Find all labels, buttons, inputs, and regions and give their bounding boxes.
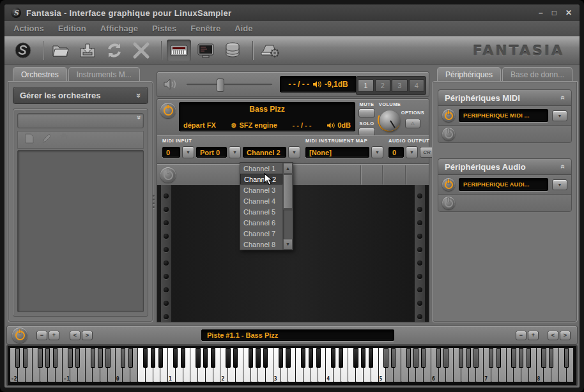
dropdown-item[interactable]: Channel 3 [240,185,282,195]
scroll-down-icon[interactable]: ▼ [283,239,293,250]
dropdown-item[interactable]: Channel 7 [240,228,282,239]
dropdown-item[interactable]: Channel 4 [240,195,282,206]
midi-monitor-button[interactable] [194,40,218,61]
instruments-database-button[interactable] [220,40,245,61]
piano-key-black[interactable] [316,348,321,368]
collapse-icon[interactable]: » [558,96,567,100]
piano-key-black[interactable] [436,348,441,368]
piano-key-black[interactable] [466,348,471,368]
piano-key-black[interactable] [443,348,448,368]
shift-left-button[interactable]: < [548,331,558,340]
dropdown-item[interactable]: Channel 6 [240,217,282,228]
channel-bank-tab-2[interactable]: 2 [375,79,391,92]
piano-key-black[interactable] [383,348,388,368]
orchestra-select[interactable]: » [17,113,144,128]
piano-key-black[interactable] [151,348,155,368]
prev-track-button[interactable]: < [70,331,81,340]
midi-port-dropdown-button[interactable]: ▼ [229,146,241,158]
piano-key-black[interactable] [181,348,185,368]
solo-button[interactable] [358,128,375,137]
maximize-button[interactable]: □ [552,9,557,17]
scrollbar-track[interactable] [283,209,293,239]
edit-orchestra-button[interactable] [42,133,52,146]
channel-bank-tab-3[interactable]: 3 [392,79,408,92]
piano-key-black[interactable] [23,348,27,368]
piano-key-black[interactable] [309,348,313,368]
velocity-up-button[interactable]: + [528,331,539,340]
piano-key-black[interactable] [369,348,373,368]
piano-key-black[interactable] [564,348,569,368]
piano-key-black[interactable] [256,348,260,368]
octave-up-button[interactable]: + [49,331,59,340]
piano-key-black[interactable] [128,348,133,368]
audio-device-lcd[interactable]: PERIPHERIQUE AUDI... [459,178,548,191]
piano-key-black[interactable] [541,348,546,368]
device-power-button[interactable] [442,128,455,140]
engine-label[interactable]: SFZ engine [239,121,277,129]
piano-key-black[interactable] [226,348,230,368]
piano-key-black[interactable] [158,348,163,368]
minimize-button[interactable]: – [539,9,543,17]
sampler-info-button[interactable] [11,40,35,61]
channel-bank-tab-1[interactable]: 1 [358,79,374,92]
piano-key-black[interactable] [331,348,335,368]
piano-key-black[interactable] [143,348,148,368]
export-session-button[interactable] [75,40,100,61]
keyboard-power-button[interactable] [12,328,27,343]
options-button[interactable]: △ [405,119,420,128]
piano-key-black[interactable] [45,348,50,368]
midi-map-dropdown-button[interactable]: ▼ [371,146,383,158]
piano-key-black[interactable] [53,348,58,368]
device-power-button[interactable] [442,109,455,122]
midi-channel-value[interactable]: Channel 2 [243,147,286,158]
menu-fenêtre[interactable]: Fenêtre [190,24,220,33]
splitter-handle[interactable] [153,195,155,208]
channel-power-button[interactable] [160,167,176,183]
piano-key-black[interactable] [496,348,501,368]
piano-key-black[interactable] [263,348,268,368]
audio-devices-header[interactable]: Périphériques Audio » [438,159,571,175]
midi-channel-dropdown-button[interactable]: ▼ [288,146,300,158]
piano-key-black[interactable] [249,348,253,368]
octave-down-button[interactable]: − [36,331,47,340]
audio-device-dropdown-button[interactable]: ▼ [406,146,418,158]
menu-aide[interactable]: Aide [234,24,252,33]
mute-button[interactable] [358,109,375,117]
piano-key-black[interactable] [91,348,95,368]
master-volume-slider[interactable] [187,84,272,86]
piano-key-black[interactable] [421,348,426,368]
scrollbar-thumb[interactable] [283,174,293,209]
piano-key-black[interactable] [406,348,411,368]
dropdown-scrollbar[interactable]: ▲ ▼ [282,163,293,250]
piano-key-black[interactable] [391,348,396,368]
piano-key-black[interactable] [526,348,531,368]
menu-actions[interactable]: Actions [13,24,44,33]
piano-key-black[interactable] [459,348,463,368]
device-power-button[interactable] [442,178,455,191]
piano-key-black[interactable] [301,348,305,368]
settings-button[interactable] [258,40,282,61]
piano-key-black[interactable] [98,348,102,368]
device-dropdown-button[interactable]: ▼ [552,179,567,190]
tab-peripheriques[interactable]: Périphériques [437,67,501,81]
knob[interactable] [380,110,400,131]
dropdown-item[interactable]: Channel 1 [240,163,282,174]
device-dropdown-button[interactable]: ▼ [552,110,567,121]
open-session-button[interactable] [49,40,73,61]
manage-orchestras-button[interactable]: Gérer les orchestres » [13,87,148,104]
menu-affichage[interactable]: Affichage [100,24,138,33]
dropdown-item[interactable]: Channel 2 [240,174,282,185]
tab-base-de-donnees[interactable]: Base de donn... [502,67,572,81]
piano-key-black[interactable] [511,348,516,368]
piano-key-black[interactable] [68,348,72,368]
shift-right-button[interactable]: > [560,331,571,340]
slider-handle[interactable] [217,79,224,92]
piano-key-black[interactable] [361,348,365,368]
piano-key-black[interactable] [339,348,343,368]
device-power-button[interactable] [442,197,455,209]
fx-sends-label[interactable]: départ FX [183,121,216,129]
piano-key-black[interactable] [196,348,200,368]
tab-orchestres[interactable]: Orchestres [13,67,67,81]
midi-device-value[interactable]: 0 [162,147,180,158]
piano-key-black[interactable] [173,348,178,368]
